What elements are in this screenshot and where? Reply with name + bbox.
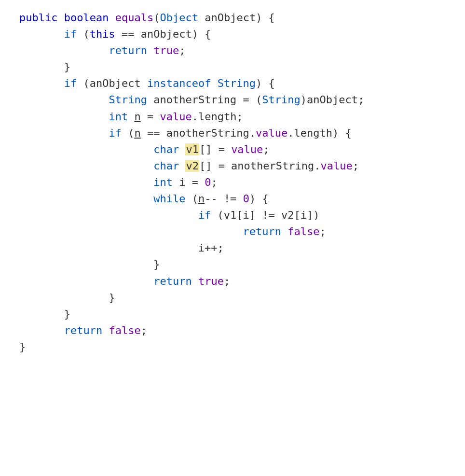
- line-8: if (n == anotherString.value.length) {: [19, 125, 451, 141]
- line-16: }: [19, 256, 451, 273]
- line-4: }: [19, 59, 451, 75]
- line-12: while (n-- != 0) {: [19, 191, 451, 207]
- line-13: if (v1[i] != v2[i]): [19, 207, 451, 224]
- line-17: return true;: [19, 273, 451, 290]
- line-14: return false;: [19, 224, 451, 240]
- line-10: char v2[] = anotherString.value;: [19, 158, 451, 174]
- line-7: int n = value.length;: [19, 109, 451, 125]
- line-21: }: [19, 339, 451, 355]
- line-20: return false;: [19, 322, 451, 339]
- line-2: if (this == anObject) {: [19, 26, 451, 42]
- line-19: }: [19, 306, 451, 322]
- line-5: if (anObject instanceof String) {: [19, 75, 451, 92]
- line-6: String anotherString = (String)anObject;: [19, 92, 451, 108]
- line-3: return true;: [19, 42, 451, 59]
- line-1: public boolean equals(Object anObject) {: [19, 10, 451, 26]
- line-15: i++;: [19, 240, 451, 256]
- line-18: }: [19, 290, 451, 306]
- line-9: char v1[] = value;: [19, 141, 451, 158]
- code-block: public boolean equals(Object anObject) {…: [14, 10, 451, 355]
- line-11: int i = 0;: [19, 174, 451, 191]
